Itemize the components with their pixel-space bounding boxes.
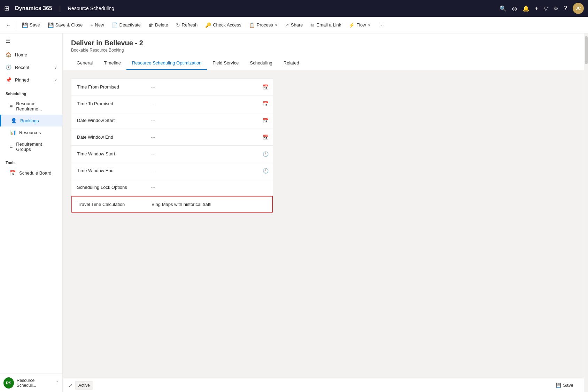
main-layout: ☰ 🏠 Home 🕐 Recent ∨ 📌 Pinned ∨ Schedulin…: [0, 33, 588, 392]
sidebar-toggle[interactable]: ☰: [0, 33, 62, 48]
tab-timeline[interactable]: Timeline: [98, 57, 126, 70]
sidebar-item-pinned[interactable]: 📌 Pinned ∨: [0, 74, 62, 86]
bell-icon[interactable]: 🔔: [523, 5, 529, 12]
brand-name: Dynamics 365: [15, 5, 52, 11]
search-icon[interactable]: 🔍: [500, 5, 506, 12]
field-row-travel-time-calculation: Travel Time Calculation Bing Maps with h…: [71, 196, 273, 213]
record-header: Deliver in Bellevue - 2 Bookable Resourc…: [63, 33, 584, 70]
save-close-button[interactable]: 💾 Save & Close: [44, 20, 86, 30]
command-bar: ← 💾 Save 💾 Save & Close + New 📄 Deactiva…: [0, 17, 588, 33]
process-dropdown-arrow: ∨: [275, 23, 277, 27]
refresh-button[interactable]: ↻ Refresh: [172, 20, 201, 30]
plus-icon[interactable]: +: [535, 5, 538, 11]
tab-scheduling[interactable]: Scheduling: [244, 57, 278, 70]
email-link-button[interactable]: ✉ Email a Link: [307, 20, 345, 30]
field-row-time-window-start: Time Window Start --- 🕐: [71, 146, 273, 162]
time-from-promised-label: Time From Promised: [71, 80, 148, 94]
time-window-start-value[interactable]: ---: [148, 147, 261, 161]
apps-grid-icon[interactable]: ⊞: [4, 5, 9, 12]
status-save-icon: 💾: [556, 383, 561, 388]
expand-icon[interactable]: ⤢: [68, 383, 72, 388]
back-button[interactable]: ←: [3, 20, 14, 31]
time-window-end-value[interactable]: ---: [148, 164, 261, 177]
email-link-icon: ✉: [310, 22, 315, 28]
new-button[interactable]: + New: [87, 20, 107, 30]
date-window-end-value[interactable]: ---: [148, 130, 261, 144]
field-row-date-window-end: Date Window End --- 📅: [71, 129, 273, 146]
sidebar-bottom-text: Resource Scheduli...: [17, 378, 53, 388]
status-badge: Active: [75, 381, 93, 390]
time-window-end-label: Time Window End: [71, 164, 148, 177]
nav-separator: |: [59, 5, 61, 13]
sidebar-item-bookings[interactable]: 👤 Bookings: [0, 115, 62, 126]
travel-time-calculation-value[interactable]: Bing Maps with historical traffi: [149, 198, 272, 211]
resources-icon: 📊: [10, 130, 16, 135]
sidebar-item-recent[interactable]: 🕐 Recent ∨: [0, 61, 62, 74]
flow-icon: ⚡: [349, 22, 355, 28]
target-icon[interactable]: ◎: [512, 5, 517, 12]
status-bar: ⤢ Active 💾 Save: [63, 378, 584, 392]
tools-section-title: Tools: [0, 155, 62, 167]
share-button[interactable]: ↗ Share: [281, 20, 307, 30]
date-window-end-calendar-icon[interactable]: 📅: [261, 130, 273, 144]
form-section-rso: Time From Promised --- 📅 Time To Promise…: [71, 78, 273, 213]
deactivate-button[interactable]: 📄 Deactivate: [108, 20, 144, 30]
sidebar-item-resource-requirements[interactable]: ≡ Resource Requireme...: [0, 98, 62, 115]
field-row-date-window-start: Date Window Start --- 📅: [71, 112, 273, 129]
travel-time-calculation-label: Travel Time Calculation: [72, 198, 149, 211]
status-bar-save-button[interactable]: 💾 Save: [551, 381, 578, 390]
check-access-button[interactable]: 🔑 Check Access: [202, 20, 245, 30]
save-button[interactable]: 💾 Save: [18, 20, 44, 30]
sidebar-item-home[interactable]: 🏠 Home: [0, 48, 62, 61]
process-button[interactable]: 📋 Process ∨: [246, 20, 281, 30]
refresh-icon: ↻: [176, 22, 180, 28]
time-to-promised-label: Time To Promised: [71, 97, 148, 110]
date-window-start-label: Date Window Start: [71, 114, 148, 127]
sidebar-bottom-avatar: RS: [3, 377, 14, 389]
time-window-start-clock-icon[interactable]: 🕐: [261, 147, 273, 161]
pinned-icon: 📌: [6, 77, 11, 83]
schedule-board-icon: 📅: [10, 170, 16, 176]
save-close-icon: 💾: [48, 22, 54, 28]
record-subtitle: Bookable Resource Booking: [71, 48, 575, 53]
pinned-chevron: ∨: [54, 78, 57, 82]
help-icon[interactable]: ?: [564, 5, 567, 11]
sidebar-item-schedule-board[interactable]: 📅 Schedule Board: [0, 167, 62, 179]
tab-field-service[interactable]: Field Service: [207, 57, 244, 70]
time-to-promised-value[interactable]: ---: [148, 97, 261, 110]
date-window-start-value[interactable]: ---: [148, 114, 261, 127]
tab-related[interactable]: Related: [278, 57, 305, 70]
top-nav-actions: 🔍 ◎ 🔔 + ▽ ⚙ ? JC: [500, 3, 584, 14]
bookings-icon: 👤: [11, 118, 17, 123]
time-to-promised-calendar-icon[interactable]: 📅: [261, 97, 273, 111]
scheduling-lock-options-value[interactable]: ---: [148, 180, 273, 194]
filter-icon[interactable]: ▽: [544, 5, 548, 12]
home-icon: 🏠: [6, 52, 11, 57]
flow-button[interactable]: ⚡ Flow ∨: [345, 20, 373, 30]
time-window-end-clock-icon[interactable]: 🕐: [261, 164, 273, 178]
tab-rso[interactable]: Resource Scheduling Optimization: [126, 57, 207, 70]
delete-icon: 🗑: [148, 22, 153, 28]
recent-chevron: ∨: [54, 66, 57, 69]
process-icon: 📋: [249, 22, 255, 28]
deactivate-icon: 📄: [112, 22, 118, 28]
share-icon: ↗: [285, 22, 289, 28]
time-from-promised-value[interactable]: ---: [148, 80, 261, 94]
sidebar-bottom[interactable]: RS Resource Scheduli... ⌃: [0, 374, 62, 392]
cmd-separator-1: [16, 21, 16, 29]
sidebar-item-requirement-groups[interactable]: ≡ Requirement Groups: [0, 138, 62, 155]
date-window-start-calendar-icon[interactable]: 📅: [261, 114, 273, 128]
record-tabs: General Timeline Resource Scheduling Opt…: [71, 57, 575, 70]
top-navigation: ⊞ Dynamics 365 | Resource Scheduling 🔍 ◎…: [0, 0, 588, 17]
field-row-time-from-promised: Time From Promised --- 📅: [71, 79, 273, 95]
tab-general[interactable]: General: [71, 57, 98, 70]
more-button[interactable]: ⋯: [376, 20, 387, 30]
record-title: Deliver in Bellevue - 2: [71, 39, 575, 47]
right-scrollbar[interactable]: [584, 33, 588, 392]
settings-icon[interactable]: ⚙: [554, 5, 558, 12]
user-avatar[interactable]: JC: [573, 3, 584, 14]
delete-button[interactable]: 🗑 Delete: [145, 20, 172, 30]
requirement-groups-icon: ≡: [10, 144, 13, 149]
sidebar-item-resources[interactable]: 📊 Resources: [0, 126, 62, 138]
time-from-promised-calendar-icon[interactable]: 📅: [261, 80, 273, 94]
